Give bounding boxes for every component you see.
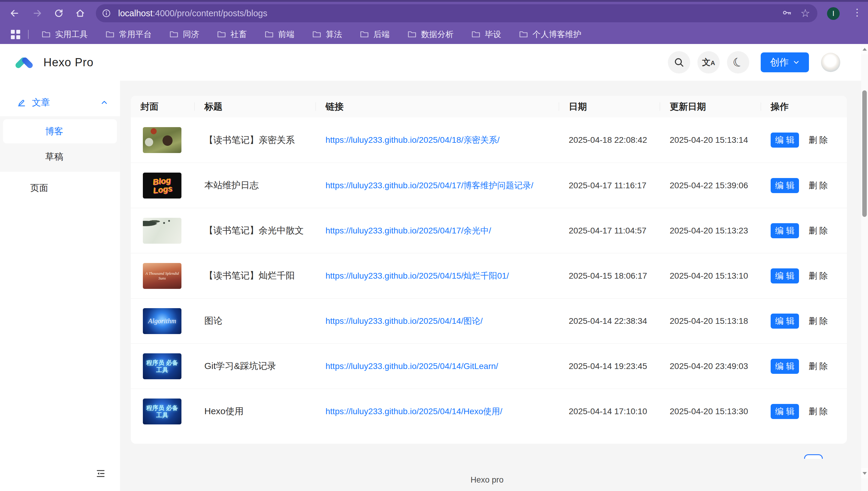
actions-cell: 编 辑 删 除 <box>761 359 847 374</box>
bookmark-folder[interactable]: 同济 <box>164 27 204 42</box>
post-cover-image[interactable]: A Thousand Splendid Suns <box>143 263 181 289</box>
bookmark-label: 常用平台 <box>119 29 151 40</box>
folder-icon <box>264 30 274 39</box>
address-bar[interactable]: localhost:4000/pro/content/posts/blogs ☆ <box>96 4 817 22</box>
folder-icon <box>471 30 481 39</box>
scrollbar-thumb[interactable] <box>862 90 867 217</box>
post-link[interactable]: https://luluy233.github.io/2025/04/18/亲密… <box>326 135 499 145</box>
post-title: Git学习&踩坑记录 <box>204 361 276 371</box>
folder-icon <box>169 30 179 39</box>
browser-profile-avatar[interactable]: I <box>827 7 840 20</box>
address-bar-actions: ☆ <box>782 7 810 19</box>
browser-menu-icon[interactable]: ⋮ <box>852 7 863 18</box>
delete-button[interactable]: 删 除 <box>809 134 828 146</box>
post-updated-date: 2025-04-20 15:13:10 <box>670 271 748 281</box>
sidebar-item-pages[interactable]: 页面 <box>0 176 120 200</box>
bookmark-folder[interactable]: 算法 <box>307 27 347 42</box>
edit-button[interactable]: 编 辑 <box>771 268 799 284</box>
post-link[interactable]: https://luluy233.github.io/2025/04/17/余光… <box>326 226 491 235</box>
search-button[interactable] <box>668 51 690 74</box>
table-row: A Thousand Splendid Suns 【读书笔记】灿烂千阳 http… <box>131 253 847 298</box>
cover-cell <box>131 127 195 153</box>
reload-icon[interactable] <box>52 7 65 20</box>
chevron-down-icon <box>793 59 800 66</box>
dark-mode-button[interactable]: ☾ <box>727 51 749 74</box>
date-cell: 2025-04-17 11:04:57 <box>559 226 660 236</box>
scroll-down-arrow-icon[interactable] <box>861 468 868 478</box>
post-link[interactable]: https://luluy233.github.io/2025/04/14/图论… <box>326 316 482 326</box>
bookmark-star-icon[interactable]: ☆ <box>801 8 810 19</box>
post-link[interactable]: https://luluy233.github.io/2025/04/17/博客… <box>326 181 533 190</box>
column-header-title: 标题 <box>195 100 316 113</box>
post-cover-image[interactable]: 程序员 必备工具 <box>143 353 181 379</box>
cover-caption: 程序员 必备工具 <box>143 404 181 419</box>
title-cell: 【读书笔记】亲密关系 <box>195 134 316 146</box>
browser-toolbar: localhost:4000/pro/content/posts/blogs ☆… <box>0 2 868 25</box>
bookmark-folder[interactable]: 数据分析 <box>402 27 458 42</box>
user-avatar[interactable] <box>821 53 840 72</box>
post-link[interactable]: https://luluy233.github.io/2025/04/14/Gi… <box>326 362 498 371</box>
post-cover-image[interactable] <box>143 218 181 244</box>
post-cover-image[interactable]: Blog Logs <box>143 173 181 199</box>
forward-icon[interactable] <box>31 7 44 20</box>
post-updated-date: 2025-04-20 15:13:18 <box>670 316 748 326</box>
main-content: 封面 标题 链接 日期 更新日期 操作 【读书笔记】亲密关系 https://l… <box>120 81 868 491</box>
bookmark-folder[interactable]: 后端 <box>355 27 394 42</box>
edit-button[interactable]: 编 辑 <box>771 359 799 374</box>
bookmark-folder[interactable]: 个人博客维护 <box>514 27 586 42</box>
post-title: 【读书笔记】亲密关系 <box>204 135 295 145</box>
delete-button[interactable]: 删 除 <box>809 225 828 236</box>
delete-button[interactable]: 删 除 <box>809 180 828 191</box>
bookmark-folder[interactable]: 前端 <box>259 27 299 42</box>
app-footer-text: Hexo pro <box>120 475 854 485</box>
delete-button[interactable]: 删 除 <box>809 270 828 282</box>
back-icon[interactable] <box>8 7 21 20</box>
post-cover-image[interactable] <box>143 127 181 153</box>
sidebar-item-drafts[interactable]: 草稿 <box>3 145 117 169</box>
title-cell: Hexo使用 <box>195 405 316 417</box>
bookmark-folder[interactable]: 常用平台 <box>101 27 157 42</box>
post-date: 2025-04-14 17:10:10 <box>569 407 647 416</box>
updated-cell: 2025-04-20 15:13:18 <box>660 316 761 326</box>
date-cell: 2025-04-14 17:10:10 <box>559 407 660 416</box>
scroll-up-arrow-icon[interactable] <box>861 44 868 54</box>
password-key-icon[interactable] <box>782 7 792 19</box>
table-row: 程序员 必备工具 Hexo使用 https://luluy233.github.… <box>131 388 847 434</box>
home-icon[interactable] <box>74 7 87 20</box>
post-link[interactable]: https://luluy233.github.io/2025/04/15/灿烂… <box>326 271 509 281</box>
post-cover-image[interactable]: Algorithm <box>143 308 181 334</box>
pagination-page-button[interactable] <box>804 454 823 459</box>
cover-cell: Algorithm <box>131 308 195 334</box>
post-cover-image[interactable]: 程序员 必备工具 <box>143 399 181 425</box>
title-cell: 【读书笔记】灿烂千阳 <box>195 269 316 282</box>
link-cell: https://luluy233.github.io/2025/04/17/余光… <box>316 225 559 236</box>
edit-button[interactable]: 编 辑 <box>771 404 799 419</box>
bookmark-folder[interactable]: 实用工具 <box>36 27 92 42</box>
bookmarks-bar: 实用工具 常用平台 同济 社畜 前端 算法 后端 数据分析 毕设 个人博客维护 <box>0 25 868 44</box>
bookmark-folder[interactable]: 社畜 <box>212 27 252 42</box>
moon-icon: ☾ <box>731 54 745 71</box>
date-cell: 2025-04-18 22:08:42 <box>559 135 660 145</box>
site-info-icon[interactable] <box>102 9 111 18</box>
bookmark-folder[interactable]: 毕设 <box>466 27 506 42</box>
menu-fold-icon <box>95 468 106 479</box>
edit-button[interactable]: 编 辑 <box>771 133 799 148</box>
page-scrollbar[interactable] <box>861 44 868 491</box>
sidebar-item-blogs[interactable]: 博客 <box>3 119 117 143</box>
post-link[interactable]: https://luluy233.github.io/2025/04/14/He… <box>326 407 502 416</box>
language-button[interactable]: 文A <box>697 51 720 74</box>
create-button[interactable]: 创作 <box>761 52 809 72</box>
delete-button[interactable]: 删 除 <box>809 406 828 417</box>
edit-button[interactable]: 编 辑 <box>771 178 799 193</box>
edit-button[interactable]: 编 辑 <box>771 223 799 238</box>
delete-button[interactable]: 删 除 <box>809 315 828 327</box>
chevron-up-icon <box>101 99 108 106</box>
table-header-row: 封面 标题 链接 日期 更新日期 操作 <box>131 96 847 117</box>
delete-button[interactable]: 删 除 <box>809 360 828 372</box>
edit-button[interactable]: 编 辑 <box>771 314 799 329</box>
sidebar-collapse-button[interactable] <box>94 467 107 480</box>
apps-grid-icon[interactable] <box>11 30 20 39</box>
sidebar-item-articles[interactable]: 文章 <box>0 90 120 114</box>
column-header-link: 链接 <box>316 100 559 113</box>
link-cell: https://luluy233.github.io/2025/04/15/灿烂… <box>316 270 559 282</box>
